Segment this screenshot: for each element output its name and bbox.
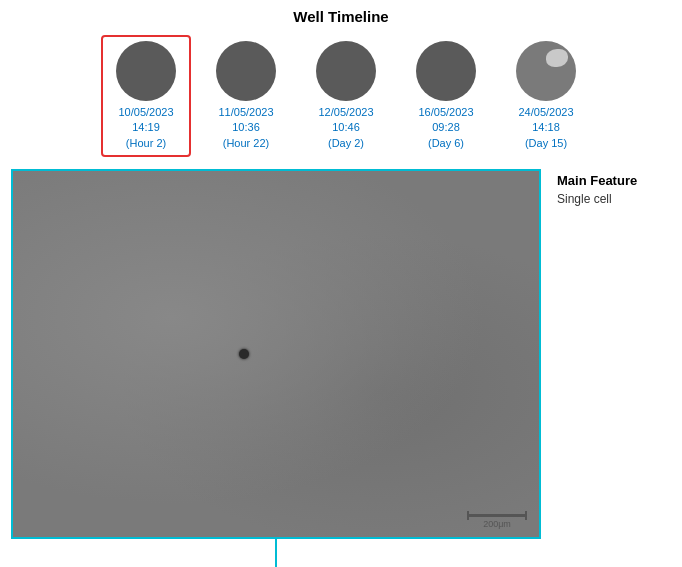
timeline-time-3: 10:46 [318,120,373,135]
timeline-label-5: 24/05/2023 14:18 (Day 15) [518,105,573,151]
cell-dot [239,349,249,359]
timeline-row: 10/05/2023 14:19 (Hour 2) 11/05/2023 10:… [91,35,591,157]
circle-thumb-2 [216,41,276,101]
timeline-label-2: 11/05/2023 10:36 (Hour 22) [218,105,273,151]
scale-bar [467,514,527,517]
timeline-period-1: (Hour 2) [118,136,173,151]
vertical-line [275,537,277,567]
timeline-label-1: 10/05/2023 14:19 (Hour 2) [118,105,173,151]
timeline-date-2: 11/05/2023 [218,105,273,120]
timeline-item-5[interactable]: 24/05/2023 14:18 (Day 15) [501,35,591,157]
timeline-item-3[interactable]: 12/05/2023 10:46 (Day 2) [301,35,391,157]
timeline-time-5: 14:18 [518,120,573,135]
timeline-date-5: 24/05/2023 [518,105,573,120]
timeline-item-1[interactable]: 10/05/2023 14:19 (Hour 2) [101,35,191,157]
timeline-period-4: (Day 6) [418,136,473,151]
timeline-time-2: 10:36 [218,120,273,135]
scale-bar-container: 200μm [467,514,527,529]
timeline-date-4: 16/05/2023 [418,105,473,120]
microscope-image: 200μm [11,169,541,539]
scale-label: 200μm [483,519,511,529]
cell-blotch [546,49,568,67]
feature-title: Main Feature [557,173,671,188]
timeline-date-3: 12/05/2023 [318,105,373,120]
feature-value: Single cell [557,192,671,206]
timeline-time-4: 09:28 [418,120,473,135]
timeline-time-1: 14:19 [118,120,173,135]
page-container: Well Timeline 10/05/2023 14:19 (Hour 2) … [0,0,682,567]
timeline-label-3: 12/05/2023 10:46 (Day 2) [318,105,373,151]
timeline-period-5: (Day 15) [518,136,573,151]
timeline-period-2: (Hour 22) [218,136,273,151]
timeline-period-3: (Day 2) [318,136,373,151]
circle-thumb-3 [316,41,376,101]
timeline-item-4[interactable]: 16/05/2023 09:28 (Day 6) [401,35,491,157]
timeline-label-4: 16/05/2023 09:28 (Day 6) [418,105,473,151]
main-content: 200μm Main Feature Single cell [11,169,671,539]
timeline-date-1: 10/05/2023 [118,105,173,120]
circle-thumb-1 [116,41,176,101]
circle-thumb-5 [516,41,576,101]
timeline-item-2[interactable]: 11/05/2023 10:36 (Hour 22) [201,35,291,157]
side-panel: Main Feature Single cell [541,169,671,206]
timeline-title: Well Timeline [293,8,388,25]
circle-thumb-4 [416,41,476,101]
